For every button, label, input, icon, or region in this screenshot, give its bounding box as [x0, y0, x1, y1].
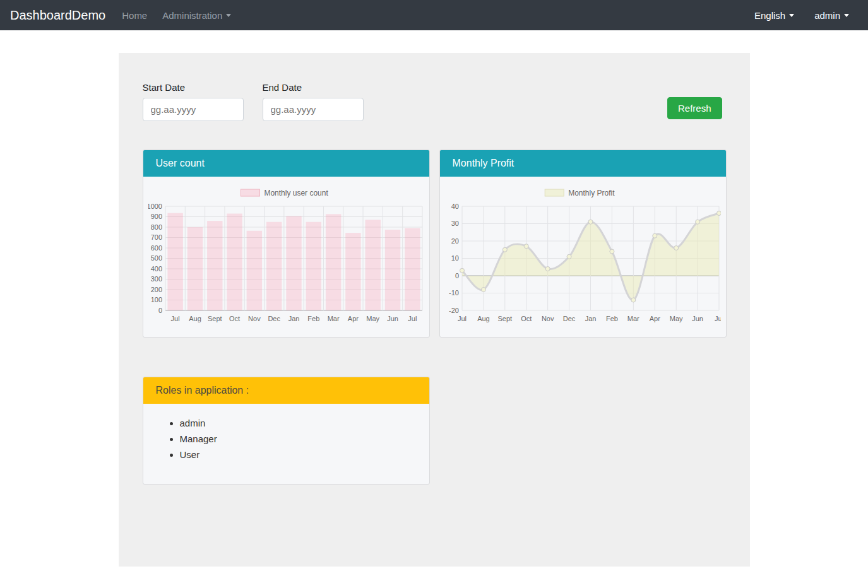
nav-home[interactable]: Home: [122, 10, 147, 21]
user-count-bar-chart[interactable]: 10009008007006005004003002001000JulAugSe…: [148, 180, 424, 334]
svg-text:500: 500: [150, 254, 162, 262]
svg-text:Jul: Jul: [408, 315, 417, 322]
svg-text:Nov: Nov: [541, 315, 554, 322]
roles-list: adminManagerUser: [153, 418, 419, 460]
monthly-profit-panel-body: 403020100-10-20JulAugSeptOctNovDecJanFeb…: [440, 177, 726, 337]
svg-text:Jun: Jun: [387, 315, 398, 322]
start-date-input[interactable]: [143, 98, 244, 121]
svg-text:Jan: Jan: [288, 315, 299, 322]
svg-text:400: 400: [150, 265, 162, 273]
svg-text:Apr: Apr: [347, 315, 358, 322]
svg-text:30: 30: [451, 220, 458, 227]
svg-text:0: 0: [158, 307, 162, 314]
svg-text:-20: -20: [449, 307, 459, 314]
svg-text:Jul: Jul: [714, 315, 720, 322]
svg-text:Apr: Apr: [649, 315, 660, 322]
svg-text:0: 0: [455, 272, 458, 279]
navbar: DashboardDemo Home Administration Englis…: [0, 0, 868, 30]
svg-text:700: 700: [150, 233, 162, 241]
role-item: Manager: [180, 433, 419, 444]
filters-row: Start Date End Date Refresh: [143, 82, 726, 121]
svg-text:Dec: Dec: [268, 315, 280, 322]
svg-text:900: 900: [150, 213, 162, 220]
monthly-profit-line-chart[interactable]: 403020100-10-20JulAugSeptOctNovDecJanFeb…: [445, 180, 721, 334]
refresh-button[interactable]: Refresh: [667, 97, 722, 119]
roles-panel: Roles in application : adminManagerUser: [143, 377, 430, 485]
roles-panel-body: adminManagerUser: [143, 404, 429, 484]
svg-text:1000: 1000: [148, 203, 162, 210]
user-count-panel-body: 10009008007006005004003002001000JulAugSe…: [143, 177, 429, 337]
svg-text:Mar: Mar: [627, 315, 639, 322]
nav-administration-label: Administration: [162, 10, 222, 21]
svg-text:800: 800: [150, 223, 162, 231]
svg-text:Sept: Sept: [207, 315, 222, 322]
svg-text:Monthly Profit: Monthly Profit: [568, 189, 615, 197]
caret-down-icon: [844, 14, 849, 17]
svg-text:May: May: [669, 315, 682, 322]
svg-text:200: 200: [150, 286, 162, 293]
svg-text:Oct: Oct: [229, 315, 240, 322]
nav-language-dropdown[interactable]: English: [754, 10, 794, 21]
main-container: Start Date End Date Refresh User count 1…: [119, 53, 750, 567]
svg-text:Jun: Jun: [692, 315, 703, 322]
svg-text:Aug: Aug: [189, 315, 201, 322]
start-date-label: Start Date: [143, 82, 244, 93]
svg-text:Jul: Jul: [457, 315, 466, 322]
svg-text:Oct: Oct: [521, 315, 532, 322]
start-date-field: Start Date: [143, 82, 244, 121]
charts-row: User count 10009008007006005004003002001…: [143, 150, 726, 338]
svg-text:Aug: Aug: [477, 315, 490, 322]
svg-text:300: 300: [150, 275, 162, 283]
svg-text:Sept: Sept: [497, 315, 512, 322]
navbar-right: English admin: [754, 10, 858, 21]
end-date-field: End Date: [263, 82, 364, 121]
svg-text:600: 600: [150, 244, 162, 252]
user-count-panel: User count 10009008007006005004003002001…: [143, 150, 430, 338]
svg-text:10: 10: [451, 254, 458, 262]
nav-administration-dropdown[interactable]: Administration: [162, 10, 231, 21]
svg-text:Feb: Feb: [307, 315, 319, 322]
nav-user-dropdown[interactable]: admin: [814, 10, 849, 21]
nav-user-label: admin: [814, 10, 840, 21]
monthly-profit-panel-header: Monthly Profit: [440, 150, 726, 177]
user-count-panel-header: User count: [143, 150, 429, 177]
end-date-input[interactable]: [263, 98, 364, 121]
svg-text:100: 100: [150, 296, 162, 303]
svg-text:Mar: Mar: [327, 315, 339, 322]
svg-text:40: 40: [451, 203, 458, 210]
caret-down-icon: [789, 14, 794, 17]
svg-text:May: May: [366, 315, 379, 322]
svg-text:Jan: Jan: [585, 315, 596, 322]
caret-down-icon: [226, 14, 231, 17]
svg-text:Dec: Dec: [562, 315, 575, 322]
end-date-label: End Date: [263, 82, 364, 93]
nav-language-label: English: [754, 10, 785, 21]
monthly-profit-panel: Monthly Profit 403020100-10-20JulAugSept…: [439, 150, 727, 338]
svg-text:Feb: Feb: [605, 315, 617, 322]
svg-text:Nov: Nov: [248, 315, 261, 322]
svg-text:Monthly user count: Monthly user count: [264, 189, 328, 197]
svg-text:-10: -10: [449, 289, 459, 297]
brand-link[interactable]: DashboardDemo: [10, 8, 105, 23]
svg-text:Jul: Jul: [170, 315, 179, 322]
svg-text:20: 20: [451, 237, 458, 245]
roles-panel-header: Roles in application :: [143, 377, 429, 404]
role-item: User: [180, 449, 419, 460]
role-item: admin: [180, 418, 419, 428]
